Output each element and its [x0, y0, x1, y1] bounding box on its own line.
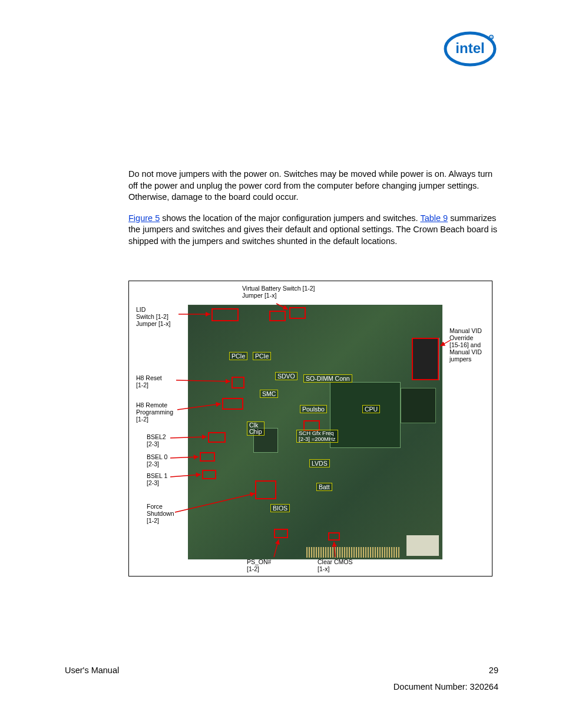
chip-label-clk-chip: Clk Chip — [247, 421, 265, 436]
redbox-h8reset — [232, 377, 244, 388]
table-9-link[interactable]: Table 9 — [420, 213, 448, 223]
chip-label-pcie2: PCIe — [253, 352, 271, 360]
edge-connector — [306, 547, 401, 558]
chip-label-poulsbo: Poulsbo — [300, 405, 327, 413]
body-text: Do not move jumpers with the power on. S… — [128, 169, 497, 256]
p2b: shows the location of the major configur… — [160, 213, 420, 223]
label-h8-remote: H8 Remote Programming [1-2] — [136, 401, 173, 423]
redbox-bsel0 — [200, 452, 215, 462]
label-bsel2: BSEL2 [2-3] — [147, 433, 166, 447]
power-connector — [406, 535, 439, 556]
redbox-vid — [412, 338, 439, 380]
paragraph-1: Do not move jumpers with the power on. S… — [128, 169, 497, 203]
svg-text:intel: intel — [455, 40, 484, 56]
cpu-socket-area — [401, 388, 436, 423]
redbox-cmos — [328, 532, 340, 541]
chip-label-lvds: LVDS — [309, 459, 330, 467]
label-bsel1: BSEL 1 [2-3] — [147, 472, 167, 486]
chip-label-batt: Batt — [316, 483, 332, 491]
chip-label-smc: SMC — [260, 390, 278, 398]
chip-label-bios: BIOS — [270, 504, 290, 512]
label-manual-vid: Manual VID Override [15-16] and Manual V… — [449, 327, 482, 363]
figure-5-link[interactable]: Figure 5 — [128, 213, 160, 223]
document-page: intel R Do not move jumpers with the pow… — [0, 0, 562, 728]
redbox-h8remote — [222, 398, 243, 410]
redbox-bsel1 — [202, 470, 216, 479]
poulsbo-chip-area — [330, 382, 401, 448]
chip-label-sdvo: SDVO — [275, 372, 297, 380]
chip-label-sch-gfx: SCH Gfx Freq [2-3] =200MHz — [296, 430, 338, 443]
label-virtual-battery: Virtual Battery Switch [1-2] Jumper [1-x… — [242, 285, 315, 299]
footer-document-number: Document Number: 320264 — [394, 682, 498, 691]
redbox-bsel2 — [208, 432, 226, 443]
paragraph-2: Figure 5 shows the location of the major… — [128, 213, 497, 248]
chip-label-sodimm: SO-DIMM Conn — [303, 374, 352, 383]
footer-left: User's Manual — [65, 666, 119, 675]
label-clear-cmos: Clear CMOS [1-x] — [318, 558, 353, 572]
label-lid: LID Switch [1-2] Jumper [1-x] — [136, 306, 170, 327]
redbox-vbatt1 — [289, 307, 306, 319]
figure-5-board-diagram: Virtual Battery Switch [1-2] Jumper [1-x… — [128, 281, 492, 577]
label-h8-reset: H8 Reset [1-2] — [136, 374, 162, 388]
redbox-lid — [211, 308, 239, 321]
redbox-vbatt2 — [269, 311, 286, 321]
redbox-pson — [274, 529, 288, 538]
label-bsel0: BSEL 0 [2-3] — [147, 453, 167, 467]
label-force-shutdown: Force Shutdown [1-2] — [147, 503, 174, 524]
redbox-force — [255, 480, 276, 499]
chip-label-pcie1: PCIe — [229, 352, 247, 360]
label-ps-on: PS_ON# [1-2] — [247, 558, 271, 572]
footer-page-number: 29 — [489, 666, 498, 675]
chip-label-cpu: CPU — [362, 405, 380, 413]
intel-logo: intel R — [443, 31, 497, 67]
